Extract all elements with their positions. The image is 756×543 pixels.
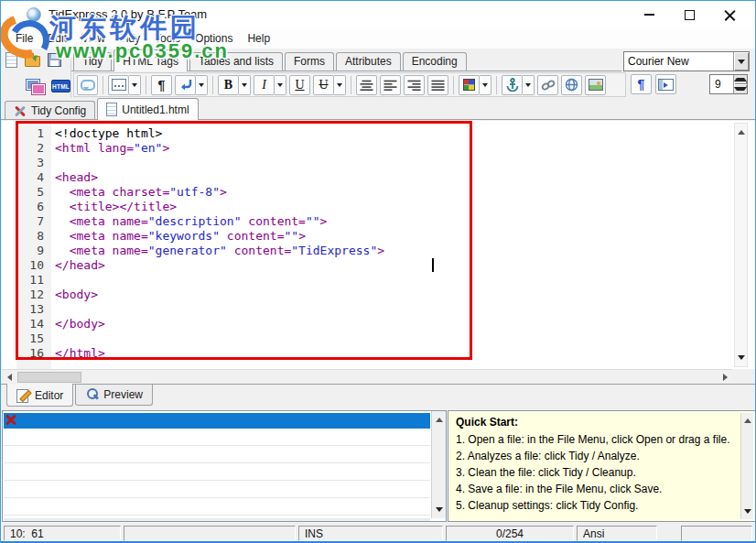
quickstart-vertical-scrollbar[interactable]: [740, 413, 753, 519]
web-link-button[interactable]: [561, 75, 582, 95]
tab-tidy-config[interactable]: Tidy Config: [5, 101, 95, 119]
file-toolbar: HTML: [1, 49, 71, 98]
ribbon-tab-html-tags[interactable]: HTML Tags: [113, 49, 188, 71]
font-combo-dropdown-button[interactable]: [733, 52, 749, 71]
scrollbar-thumb[interactable]: [17, 372, 81, 383]
align-left-button[interactable]: [380, 75, 401, 95]
quick-start-step: 1. Open a file: in the File Menu, click …: [456, 431, 748, 448]
title-bar: TidExpress 2.0 by B.F.P Team: [1, 1, 755, 28]
font-size-spinner[interactable]: 9: [709, 74, 748, 94]
bold-dropdown[interactable]: [239, 75, 251, 95]
code-line: 10</head>: [2, 258, 756, 273]
quick-start-title: Quick Start:: [456, 416, 748, 429]
insert-form-dropdown[interactable]: [129, 75, 141, 95]
align-center-button[interactable]: [356, 75, 377, 95]
editor-vertical-scrollbar[interactable]: [734, 123, 748, 367]
tab-editor[interactable]: Editor: [6, 384, 73, 407]
status-bar: 10: 61 INS 0/254 Ansi: [1, 524, 755, 543]
ribbon-tab-tables-and-lists[interactable]: Tables and lists: [189, 52, 283, 71]
ribbon-tab-attributes[interactable]: Attributes: [336, 52, 401, 71]
align-justify-icon: [431, 80, 445, 91]
hyperlink-button[interactable]: [537, 75, 558, 95]
selected-row[interactable]: [4, 413, 430, 429]
quick-start-panel: Quick Start: 1. Open a file: in the File…: [448, 410, 756, 522]
code-lines: 1<!doctype html>2<html lang="en">34<head…: [2, 126, 756, 361]
strikethrough-button[interactable]: U: [313, 75, 334, 95]
font-name-value: Courier New: [624, 55, 733, 68]
anchor-dropdown[interactable]: [523, 75, 535, 95]
code-line: 8 <meta name="keywords" content="">: [2, 229, 756, 244]
menu-item-help[interactable]: Help: [240, 29, 277, 48]
new-file-icon[interactable]: [5, 52, 17, 68]
menu-item-options[interactable]: Options: [188, 29, 240, 48]
status-encoding: Ansi: [577, 526, 657, 541]
window-view-icon[interactable]: [27, 80, 44, 93]
menu-item-view[interactable]: View: [74, 29, 113, 48]
italic-dropdown[interactable]: [275, 75, 286, 95]
chevron-down-icon: [738, 60, 745, 68]
line-break-button[interactable]: [175, 75, 196, 95]
tab-untitled1[interactable]: Untitled1.html: [97, 98, 198, 120]
scroll-left-button[interactable]: [2, 370, 16, 385]
menu-item-tidy[interactable]: Tidy: [113, 29, 147, 48]
comment-button[interactable]: [77, 75, 98, 95]
app-window: TidExpress 2.0 by B.F.P Team FileEditVie…: [0, 0, 756, 543]
underline-button[interactable]: U: [289, 75, 310, 95]
toggle-panel-button[interactable]: [655, 74, 676, 94]
open-file-icon[interactable]: [25, 56, 40, 67]
view-toolbar: ¶: [631, 74, 676, 94]
font-color-button[interactable]: [459, 75, 480, 95]
scroll-right-button[interactable]: [718, 370, 732, 385]
tab-label: Tidy Config: [31, 104, 86, 117]
anchor-button[interactable]: [502, 75, 523, 95]
list-vertical-scrollbar[interactable]: [431, 411, 446, 518]
align-right-button[interactable]: [404, 75, 425, 95]
form-icon: [112, 79, 126, 91]
quick-start-step: 3. Clean the file: click Tidy / Cleanup.: [456, 464, 748, 481]
html-view-icon[interactable]: HTML: [51, 80, 70, 92]
ribbon-tab-forms[interactable]: Forms: [285, 52, 334, 71]
link-icon: [541, 80, 556, 91]
tab-preview[interactable]: Preview: [75, 385, 153, 406]
underline-icon: U: [295, 78, 304, 92]
font-color-dropdown[interactable]: [480, 75, 491, 95]
strikethrough-icon: U: [319, 78, 328, 92]
minimize-button[interactable]: [629, 2, 669, 27]
ribbon-tab-bar: TidyHTML TagsTables and listsFormsAttrib…: [71, 49, 621, 71]
paragraph-button[interactable]: ¶: [151, 75, 172, 95]
font-name-combo[interactable]: Courier New: [623, 51, 750, 71]
ribbon-tab-tidy[interactable]: Tidy: [73, 52, 112, 71]
message-list-panel[interactable]: [2, 410, 447, 522]
code-line: 4<head>: [2, 170, 756, 185]
spinner-up-button[interactable]: [734, 75, 747, 84]
scroll-down-icon: [744, 509, 751, 517]
align-justify-button[interactable]: [427, 75, 448, 95]
spinner-down-button[interactable]: [734, 84, 747, 93]
maximize-button[interactable]: [669, 2, 709, 27]
close-button[interactable]: [709, 2, 750, 27]
status-cursor-position: 10: 61: [4, 526, 121, 541]
menu-item-edit[interactable]: Edit: [40, 29, 74, 48]
insert-image-button[interactable]: [585, 75, 606, 95]
empty-rows: [4, 429, 430, 517]
ribbon-tab-encoding[interactable]: Encoding: [403, 52, 467, 71]
editor-horizontal-scrollbar[interactable]: [2, 369, 732, 384]
show-paragraph-marks-button[interactable]: ¶: [631, 74, 652, 94]
code-line: 7 <meta name="description" content="">: [2, 214, 756, 229]
line-break-dropdown[interactable]: [196, 75, 208, 95]
code-line: 2<html lang="en">: [2, 141, 756, 156]
menu-item-file[interactable]: File: [8, 29, 40, 48]
chevron-down-icon: [132, 83, 137, 90]
menu-item-tools[interactable]: Tools: [147, 29, 188, 48]
insert-form-button[interactable]: [108, 75, 129, 95]
bold-icon: B: [224, 78, 232, 92]
save-file-icon[interactable]: [48, 53, 61, 67]
magnifier-icon: [85, 387, 99, 401]
italic-button[interactable]: I: [254, 75, 275, 95]
list-horizontal-scrollbar[interactable]: [4, 518, 430, 521]
code-editor[interactable]: 1<!doctype html>2<html lang="en">34<head…: [2, 121, 756, 369]
bold-button[interactable]: B: [218, 75, 239, 95]
strikethrough-dropdown[interactable]: [334, 75, 346, 95]
quick-start-steps: 1. Open a file: in the File Menu, click …: [456, 431, 748, 514]
chevron-down-icon: [482, 83, 488, 90]
